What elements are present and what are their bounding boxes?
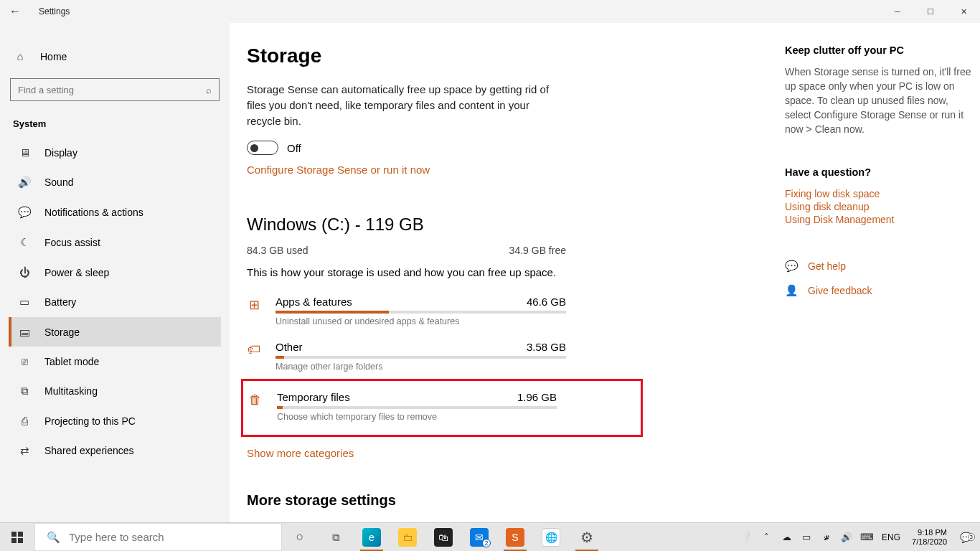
give-feedback-row[interactable]: 👤 Give feedback	[785, 284, 971, 297]
app-title: Settings	[39, 6, 70, 17]
sidebar-item-display[interactable]: 🖥Display	[9, 138, 221, 167]
search-icon: 🔍	[47, 531, 60, 544]
taskbar-app-edge[interactable]: e	[354, 523, 390, 551]
task-view-icon[interactable]: ⧉	[318, 523, 354, 551]
start-button[interactable]	[0, 523, 34, 551]
taskbar-app-settings[interactable]: ⚙	[569, 523, 605, 551]
sidebar-item-sound[interactable]: 🔊Sound	[9, 167, 221, 197]
question-heading: Have a question?	[785, 166, 971, 178]
sidebar-item-label: Tablet mode	[44, 356, 99, 367]
settings-search[interactable]: ⌕	[10, 78, 220, 101]
sidebar-item-icon: ⧉	[17, 385, 32, 397]
sidebar-item-icon: 💬	[17, 206, 32, 219]
sidebar-section: System	[9, 111, 221, 138]
svg-rect-1	[18, 532, 23, 537]
mail-badge: 2	[482, 539, 491, 547]
svg-rect-2	[11, 538, 17, 543]
help-link[interactable]: Using disk cleanup	[785, 201, 971, 212]
sidebar-item-icon: 🖥	[17, 146, 32, 159]
category-size: 3.58 GB	[527, 341, 566, 353]
sidebar-item-label: Focus assist	[44, 237, 100, 248]
titlebar: ← Settings ─ ☐ ✕	[0, 0, 980, 23]
more-storage-heading: More storage settings	[247, 492, 649, 509]
page-title: Storage	[247, 44, 649, 67]
home-icon: ⌂	[13, 50, 27, 62]
search-icon: ⌕	[206, 85, 212, 95]
help-icon: 💬	[785, 260, 798, 273]
storage-category-apps-features[interactable]: ⊞ Apps & features 46.6 GB Uninstall unus…	[247, 288, 566, 334]
tray-wifi-icon[interactable]: ⸙	[819, 532, 834, 542]
sidebar-item-battery[interactable]: ▭Battery	[9, 287, 221, 317]
sidebar-item-notifications-actions[interactable]: 💬Notifications & actions	[9, 197, 221, 227]
sidebar-item-label: Notifications & actions	[44, 207, 143, 218]
sidebar-item-multitasking[interactable]: ⧉Multitasking	[9, 376, 221, 406]
back-button[interactable]: ←	[4, 5, 26, 18]
get-help-row[interactable]: 💬 Get help	[785, 260, 971, 273]
category-name: Apps & features	[275, 296, 352, 308]
category-hint: Uninstall unused or undesired apps & fea…	[275, 316, 566, 326]
tray-onedrive-icon[interactable]: ☁	[778, 532, 794, 542]
maximize-button[interactable]: ☐	[914, 0, 947, 23]
sidebar-item-icon: ☾	[17, 236, 32, 249]
drive-heading: Windows (C:) - 119 GB	[247, 215, 649, 235]
category-icon: 🗑	[248, 391, 263, 422]
tip-heading: Keep clutter off your PC	[785, 44, 971, 56]
sidebar-item-label: Storage	[44, 326, 80, 338]
feedback-label: Give feedback	[808, 285, 872, 296]
tray-keyboard-icon[interactable]: ⌨	[859, 532, 875, 542]
configure-storage-sense-link[interactable]: Configure Storage Sense or run it now	[247, 164, 649, 176]
svg-rect-3	[18, 538, 23, 543]
category-name: Temporary files	[277, 391, 350, 403]
tray-chevron-icon[interactable]: ˄	[758, 532, 774, 542]
sidebar-item-power-sleep[interactable]: ⏻Power & sleep	[9, 258, 221, 287]
storage-category-other[interactable]: 🏷 Other 3.58 GB Manage other large folde…	[247, 334, 566, 379]
drive-used: 84.3 GB used	[247, 245, 308, 256]
sidebar: ⌂ Home ⌕ System 🖥Display🔊Sound💬Notificat…	[0, 23, 230, 522]
sidebar-item-label: Multitasking	[44, 385, 98, 397]
sidebar-home[interactable]: ⌂ Home	[9, 44, 221, 68]
sidebar-item-label: Display	[44, 147, 77, 159]
tray-volume-icon[interactable]: 🔊	[839, 532, 854, 542]
tray-language[interactable]: ENG	[879, 532, 903, 542]
sidebar-item-icon: ⇄	[17, 444, 32, 457]
settings-search-input[interactable]	[18, 85, 206, 95]
system-tray: ❔ ˄ ☁ ▭ ⸙ 🔊 ⌨ ENG 9:18 PM 7/18/2020 💬3	[738, 523, 980, 551]
sidebar-item-projecting-to-this-pc[interactable]: ⎙Projecting to this PC	[9, 406, 221, 435]
sidebar-item-label: Sound	[44, 176, 73, 188]
help-link[interactable]: Using Disk Management	[785, 214, 971, 225]
sidebar-item-shared-experiences[interactable]: ⇄Shared experiences	[9, 435, 221, 466]
taskbar-search[interactable]: 🔍	[34, 523, 282, 551]
storage-category-temporary-files[interactable]: 🗑 Temporary files 1.96 GB Choose which t…	[248, 384, 557, 429]
category-name: Other	[275, 341, 303, 353]
tray-notifications[interactable]: 💬3	[956, 532, 976, 543]
tray-help-icon[interactable]: ❔	[738, 532, 754, 542]
taskbar-app-sublime[interactable]: S	[497, 523, 533, 551]
taskbar-app-chrome[interactable]: 🌐	[533, 523, 569, 551]
sidebar-item-focus-assist[interactable]: ☾Focus assist	[9, 227, 221, 258]
cortana-icon[interactable]: ○	[282, 523, 318, 551]
taskbar-search-input[interactable]	[69, 531, 270, 543]
help-link[interactable]: Fixing low disk space	[785, 188, 971, 199]
tray-clock[interactable]: 9:18 PM 7/18/2020	[908, 528, 951, 547]
sidebar-home-label: Home	[40, 51, 67, 62]
taskbar-app-store[interactable]: 🛍	[425, 523, 461, 551]
sidebar-item-label: Power & sleep	[44, 267, 109, 278]
usage-explain: This is how your storage is used and how…	[247, 266, 649, 278]
storage-sense-toggle[interactable]	[247, 141, 278, 155]
sidebar-item-tablet-mode[interactable]: ⎚Tablet mode	[9, 347, 221, 376]
category-hint: Manage other large folders	[275, 362, 566, 372]
category-hint: Choose which temporary files to remove	[277, 412, 557, 422]
sidebar-item-icon: ⎙	[17, 415, 32, 427]
category-bar	[277, 406, 557, 409]
tips-panel: Keep clutter off your PC When Storage se…	[785, 44, 971, 522]
close-button[interactable]: ✕	[947, 0, 980, 23]
sidebar-item-icon: ▭	[17, 296, 32, 309]
taskbar: 🔍 ○ ⧉ e 🗀 🛍 ✉ 2 S 🌐 ⚙ ❔ ˄ ☁ ▭	[0, 522, 980, 551]
tray-power-icon[interactable]: ▭	[798, 532, 814, 542]
show-more-categories[interactable]: Show more categories	[247, 447, 649, 459]
sidebar-item-storage[interactable]: 🖴Storage	[9, 317, 221, 347]
taskbar-app-mail[interactable]: ✉ 2	[461, 523, 497, 551]
minimize-button[interactable]: ─	[881, 0, 914, 23]
sidebar-item-label: Battery	[44, 296, 76, 308]
taskbar-app-explorer[interactable]: 🗀	[390, 523, 425, 551]
